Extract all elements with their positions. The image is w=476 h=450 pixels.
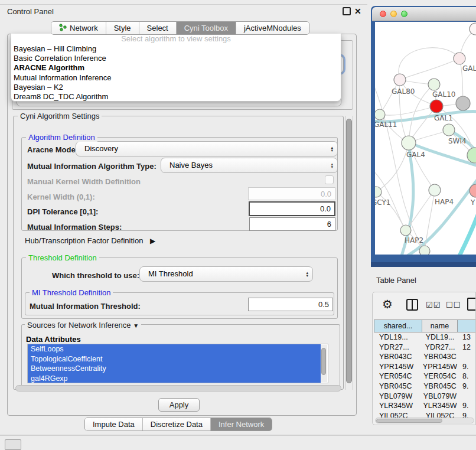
page-icon[interactable] xyxy=(467,298,476,311)
table-cell: YLR345W xyxy=(374,401,422,411)
table-row[interactable]: YPR145WYPR145W9. xyxy=(374,362,476,372)
table-row[interactable]: YIL052CYIL052C9. xyxy=(374,411,476,418)
apply-button[interactable]: Apply xyxy=(158,398,200,412)
table-row[interactable]: YBL079WYBL079W xyxy=(374,392,476,402)
hub-definition-expander[interactable]: Hub/Transcription Factor Definition ▶ xyxy=(25,236,155,245)
table-row[interactable]: YDR27...YDR27...12 xyxy=(374,343,476,353)
network-window-bottom-edge xyxy=(371,262,476,267)
network-node[interactable] xyxy=(429,184,441,196)
sources-group-title[interactable]: Sources for Network Inference ▼ xyxy=(25,321,141,330)
tab-cyni-toolbox[interactable]: Cyni Toolbox xyxy=(177,22,236,34)
mi-threshold-field[interactable]: 0.5 xyxy=(248,298,333,311)
kernel-width-field[interactable]: 0.0 xyxy=(248,187,335,200)
attribute-item[interactable]: gal4RGexp xyxy=(28,374,321,383)
network-node[interactable] xyxy=(456,96,470,110)
zoom-traffic-light-icon[interactable] xyxy=(401,11,407,17)
algorithm-option[interactable]: Dream8 DC_TDC Algorithm xyxy=(11,92,341,102)
network-node[interactable] xyxy=(430,100,443,113)
network-node[interactable] xyxy=(470,184,476,197)
table-cell: 12 xyxy=(458,343,476,353)
close-traffic-light-icon[interactable] xyxy=(380,11,386,17)
window-top-edge xyxy=(0,4,367,5)
bottom-divider xyxy=(0,435,476,436)
combo-arrows-icon: ▴▾ xyxy=(331,162,333,168)
tab-network[interactable]: Network xyxy=(51,22,106,34)
select-all-icon[interactable]: ☑☑ xyxy=(426,301,441,309)
algorithm-option[interactable]: Mutual Information Inference xyxy=(11,73,341,83)
table-cell: 13 xyxy=(458,332,476,343)
node-label: HAP2 xyxy=(405,236,423,244)
float-panel-icon[interactable] xyxy=(343,7,351,15)
node-label: HAP4 xyxy=(435,198,454,206)
scrollbar-thumb[interactable] xyxy=(321,348,326,375)
network-node[interactable] xyxy=(400,225,411,236)
aracne-mode-combobox[interactable]: Discovery ▴▾ xyxy=(76,141,338,156)
tab-infer-network[interactable]: Infer Network xyxy=(211,418,272,431)
table-row[interactable]: YBR045CYBR045C9. xyxy=(374,381,476,392)
algorithm-option[interactable]: ARACNE Algorithm xyxy=(11,63,341,73)
attribute-item[interactable]: BetweennessCentrality xyxy=(28,364,321,374)
table-row[interactable]: YLR345WYLR345W9. xyxy=(374,401,476,411)
table-body: YDL19...YDL19...13YDR27...YDR27...12YBR0… xyxy=(374,332,476,418)
node-label: GAL4 xyxy=(406,151,425,159)
column-header[interactable] xyxy=(458,319,476,332)
attribute-item[interactable]: SelfLoops xyxy=(28,344,321,354)
network-window-titlebar[interactable] xyxy=(372,7,476,21)
table-cell: YDR27... xyxy=(422,343,458,353)
dpi-tolerance-field[interactable]: 0.0 xyxy=(249,201,335,216)
scrollbar-thumb[interactable] xyxy=(346,119,352,383)
data-attributes-list[interactable]: SelfLoopsTopologicalCoefficientBetweenne… xyxy=(27,344,328,383)
algorithm-option[interactable]: Basic Correlation Inference xyxy=(11,54,341,63)
tab-select[interactable]: Select xyxy=(139,22,177,34)
minimized-panel-icon[interactable] xyxy=(5,439,21,450)
network-edge xyxy=(399,48,459,80)
tab-discretize-data[interactable]: Discretize Data xyxy=(143,418,211,431)
table-row[interactable]: YER054CYER054C8. xyxy=(374,371,476,381)
gear-icon[interactable]: ⚙ xyxy=(382,297,393,311)
network-node[interactable] xyxy=(454,53,465,64)
table-cell: YBR043C xyxy=(374,352,422,362)
network-canvas[interactable]: GALGAL80GAL10GAL1GAL11SWI4GAL4GCY1HAP4YH… xyxy=(375,22,476,255)
network-node[interactable] xyxy=(470,23,476,35)
network-edge xyxy=(380,106,436,115)
tab-impute-data[interactable]: Impute Data xyxy=(85,418,143,431)
network-node[interactable] xyxy=(394,74,406,86)
network-node[interactable] xyxy=(428,79,440,90)
attribute-item[interactable]: TopologicalCoefficient xyxy=(28,354,321,364)
mi-type-value: Naive Bayes xyxy=(169,161,213,169)
close-icon[interactable]: ✕ xyxy=(354,6,361,16)
manual-kernel-checkbox[interactable] xyxy=(325,175,334,184)
minimize-traffic-light-icon[interactable] xyxy=(390,11,397,17)
settings-vertical-scrollbar[interactable] xyxy=(345,116,353,390)
split-view-icon[interactable] xyxy=(406,299,418,311)
hub-definition-label: Hub/Transcription Factor Definition xyxy=(25,236,143,245)
table-cell: YBL079W xyxy=(422,392,458,402)
mi-type-combobox[interactable]: Naive Bayes ▴▾ xyxy=(161,158,338,173)
table-horizontal-scrollbar[interactable] xyxy=(375,418,474,423)
network-node[interactable] xyxy=(402,136,416,150)
network-node[interactable] xyxy=(375,109,385,120)
tab-jactivemnodules[interactable]: jActiveMNodules xyxy=(236,22,309,34)
table-panel-title: Table Panel xyxy=(376,276,416,285)
sources-title-label: Sources for Network Inference xyxy=(27,321,131,330)
settings-horizontal-scrollbar[interactable] xyxy=(15,385,341,392)
network-node[interactable] xyxy=(443,124,455,136)
column-header[interactable]: name xyxy=(422,319,458,332)
table-row[interactable]: YDL19...YDL19...13 xyxy=(374,332,476,343)
threshold-definition-title: Threshold Definition xyxy=(26,253,99,262)
tab-style[interactable]: Style xyxy=(106,22,139,34)
table-cell: YDL19... xyxy=(374,332,422,343)
table-cell: YBR045C xyxy=(374,381,422,392)
which-threshold-combobox[interactable]: MI Threshold ▴▾ xyxy=(139,266,313,282)
which-threshold-label: Which threshold to use: xyxy=(52,271,139,280)
deselect-all-icon[interactable]: ☐☐ xyxy=(446,301,461,309)
attributes-scrollbar[interactable] xyxy=(321,345,327,382)
mi-steps-field[interactable]: 6 xyxy=(249,217,335,231)
table-row[interactable]: YBR043CYBR043C xyxy=(374,352,476,362)
scrollbar-thumb[interactable] xyxy=(376,419,442,423)
table-cell: YER054C xyxy=(374,371,422,381)
network-node[interactable] xyxy=(419,246,430,255)
algorithm-option[interactable]: Bayesian – K2 xyxy=(11,83,341,92)
column-header[interactable]: shared... xyxy=(374,319,422,332)
algorithm-option[interactable]: Bayesian – Hill Climbing xyxy=(11,44,341,54)
